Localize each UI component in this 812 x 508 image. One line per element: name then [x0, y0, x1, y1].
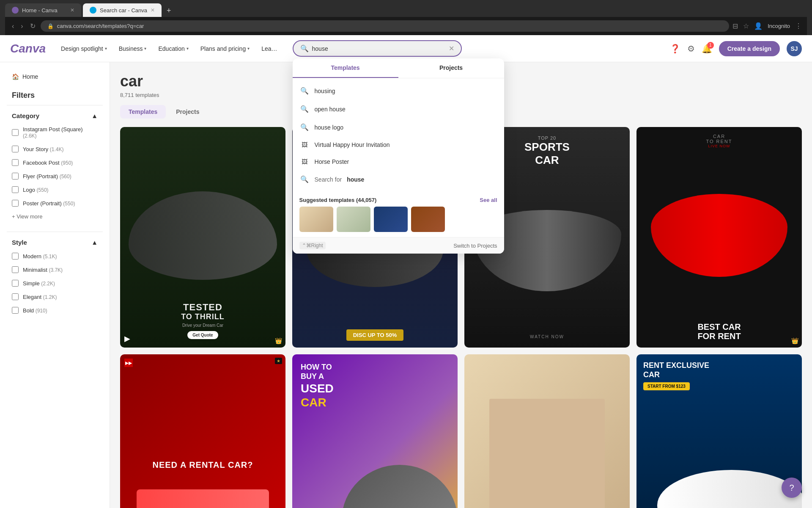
suggested-thumb-4[interactable]: [411, 207, 445, 232]
suggested-thumb-3[interactable]: [374, 207, 408, 232]
switch-projects-button[interactable]: Switch to Projects: [453, 243, 497, 249]
nav-learn[interactable]: Lea…: [256, 42, 282, 55]
forward-button[interactable]: ›: [19, 21, 25, 32]
filter-checkbox-elegant[interactable]: [12, 293, 19, 300]
filter-item-modern[interactable]: Modern (5.1K): [7, 249, 103, 263]
notifications-button[interactable]: 🔔 1: [702, 44, 712, 54]
filter-checkbox-modern[interactable]: [12, 253, 19, 260]
search-bar[interactable]: 🔍 ✕: [293, 40, 462, 57]
crown-icon: 👑: [791, 337, 798, 344]
see-all-link[interactable]: See all: [480, 197, 497, 203]
search-dropdown: Templates Projects 🔍 housing 🔍 open hous…: [293, 58, 504, 254]
search-container: 🔍 ✕ Templates Projects 🔍 housing 🔍 open …: [293, 40, 462, 57]
dropdown-item-house-logo[interactable]: 🔍 house logo: [293, 118, 504, 136]
tab-home-label: Home - Canva: [22, 7, 58, 14]
template-card-rental[interactable]: ▶▶ NEED A RENTAL CAR? 👑 ★: [120, 354, 285, 508]
filter-checkbox-simple[interactable]: [12, 280, 19, 287]
address-text: canva.com/search/templates?q=car: [57, 23, 144, 29]
grid-col-1: TESTED TO THRILL Drive your Dream Car Ge…: [120, 127, 285, 508]
template-card-rent-exclusive[interactable]: RENT EXCLUSIVE CAR START FROM $123 ▶ Boo…: [636, 354, 802, 508]
create-design-button[interactable]: Create a design: [719, 41, 780, 56]
dropdown-item-open-house[interactable]: 🔍 open house: [293, 100, 504, 118]
chevron-down-icon: ▾: [105, 46, 107, 51]
dropdown-item-horse-poster[interactable]: 🖼 Horse Poster: [293, 153, 504, 170]
style-filter-header[interactable]: Style ▲: [7, 235, 103, 249]
search-icon: 🔍: [299, 105, 310, 113]
home-icon: 🏠: [12, 73, 19, 80]
crown-icon: 👑: [275, 337, 282, 344]
suggested-header: Suggested templates (44,057) See all: [299, 197, 497, 203]
browser-tabs: Home - Canva ✕ Search car - Canva ✕ +: [5, 3, 807, 17]
tab-search[interactable]: Search car - Canva ✕: [83, 3, 162, 17]
search-clear-icon[interactable]: ✕: [449, 44, 454, 52]
filter-item-flyer[interactable]: Flyer (Portrait) (560): [7, 169, 103, 183]
back-button[interactable]: ‹: [10, 21, 16, 32]
profile-icon[interactable]: 👤: [754, 22, 763, 30]
filter-item-your-story[interactable]: Your Story (1.4K): [7, 142, 103, 156]
address-bar[interactable]: 🔒 canva.com/search/templates?q=car: [41, 20, 730, 32]
suggested-thumb-1[interactable]: [299, 207, 333, 232]
help-button[interactable]: ❓: [670, 44, 680, 54]
filter-item-simple[interactable]: Simple (2.2K): [7, 276, 103, 290]
filter-checkbox-facebook[interactable]: [12, 159, 19, 166]
app-bar: Canva Design spotlight ▾ Business ▾ Educ…: [0, 35, 812, 62]
filter-checkbox-logo[interactable]: [12, 186, 19, 193]
dropdown-tab-templates[interactable]: Templates: [293, 58, 398, 78]
tab-search-close[interactable]: ✕: [151, 7, 155, 13]
filter-checkbox-flyer[interactable]: [12, 173, 19, 179]
filter-item-minimalist[interactable]: Minimalist (3.7K): [7, 263, 103, 276]
dropdown-tabs: Templates Projects: [293, 58, 504, 78]
filter-checkbox-poster[interactable]: [12, 200, 19, 207]
filter-item-bold[interactable]: Bold (910): [7, 304, 103, 317]
bookmark-icon[interactable]: ☆: [743, 22, 749, 30]
search-input[interactable]: [312, 45, 445, 52]
canva-logo[interactable]: Canva: [10, 42, 46, 55]
nav-education[interactable]: Education ▾: [153, 42, 193, 55]
settings-button[interactable]: ⚙: [687, 44, 695, 54]
filter-checkbox-minimalist[interactable]: [12, 266, 19, 273]
filter-item-elegant[interactable]: Elegant (1.2K): [7, 290, 103, 304]
tab-home-close[interactable]: ✕: [70, 7, 74, 13]
template-icon: 🖼: [299, 158, 310, 165]
nav-plans-pricing[interactable]: Plans and pricing ▾: [195, 42, 255, 55]
chevron-down-icon: ▾: [144, 46, 146, 51]
filter-item-instagram[interactable]: Instagram Post (Square) (2.6K): [7, 123, 103, 142]
nav-business[interactable]: Business ▾: [114, 42, 152, 55]
category-filter-header[interactable]: Category ▲: [7, 109, 103, 123]
nav-menu: Design spotlight ▾ Business ▾ Education …: [56, 42, 282, 55]
category-filter-items: Instagram Post (Square) (2.6K) Your Stor…: [7, 123, 103, 210]
tab-projects[interactable]: Projects: [167, 105, 208, 119]
filter-checkbox-bold[interactable]: [12, 307, 19, 314]
tab-home-favicon: [12, 7, 19, 14]
filter-checkbox-instagram[interactable]: [12, 129, 19, 136]
suggested-thumb-2[interactable]: [337, 207, 370, 232]
template-card-tested[interactable]: TESTED TO THRILL Drive your Dream Car Ge…: [120, 127, 285, 348]
dropdown-search-items: 🔍 housing 🔍 open house 🔍 house logo 🖼 Vi…: [293, 78, 504, 192]
nav-design-spotlight[interactable]: Design spotlight ▾: [56, 42, 112, 55]
chevron-up-icon: ▲: [91, 239, 98, 246]
filter-item-poster[interactable]: Poster (Portrait) (550): [7, 196, 103, 210]
filter-divider: [7, 105, 103, 105]
avatar[interactable]: SJ: [787, 41, 802, 56]
cast-icon[interactable]: ⊟: [732, 22, 738, 30]
view-more-button[interactable]: + View more: [7, 210, 103, 223]
sidebar-home-link[interactable]: 🏠 Home: [7, 69, 103, 84]
dropdown-item-virtual-happy-hour[interactable]: 🖼 Virtual Happy Hour Invitation: [293, 136, 504, 153]
tab-add-button[interactable]: +: [163, 5, 175, 17]
incognito-label: Incognito: [768, 23, 790, 29]
reload-button[interactable]: ↻: [28, 20, 37, 32]
dropdown-item-search-house[interactable]: 🔍 Search for house: [293, 170, 504, 188]
tab-templates[interactable]: Templates: [120, 105, 166, 119]
tab-home[interactable]: Home - Canva ✕: [5, 3, 81, 17]
filter-item-logo[interactable]: Logo (550): [7, 183, 103, 196]
template-card-best-car[interactable]: CAR TO RENT LIVE NOW BEST CARFOR RENT 👑: [636, 127, 802, 348]
filter-checkbox-your-story[interactable]: [12, 146, 19, 152]
chevron-down-icon: ▾: [187, 46, 189, 51]
dropdown-tab-projects[interactable]: Projects: [398, 58, 504, 78]
help-chat-button[interactable]: ?: [782, 478, 802, 498]
template-card-used-car[interactable]: HOW TO BUY A USED CAR: [292, 354, 458, 508]
template-card-modern-house[interactable]: MODERN HOUSE Brocciele Real Estate GREAT…: [464, 354, 630, 508]
menu-icon[interactable]: ⋮: [795, 22, 802, 30]
dropdown-item-housing[interactable]: 🔍 housing: [293, 82, 504, 100]
filter-item-facebook[interactable]: Facebook Post (950): [7, 156, 103, 169]
